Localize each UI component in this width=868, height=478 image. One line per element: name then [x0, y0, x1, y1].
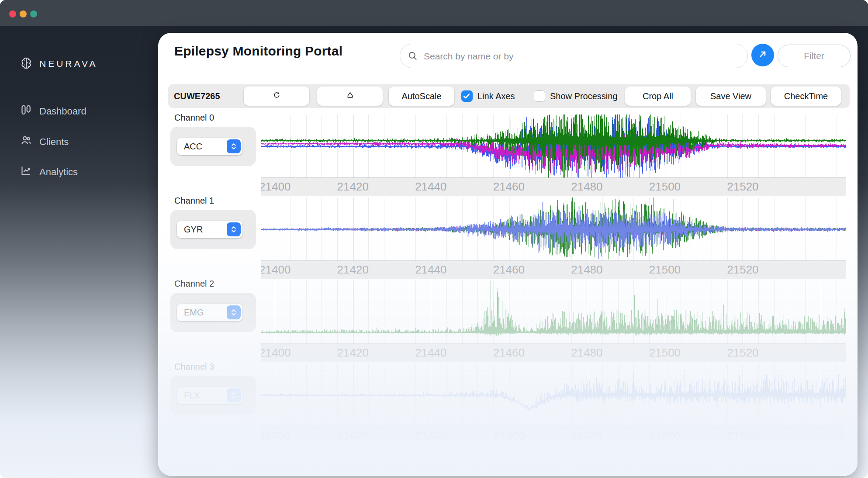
channel-1-plot[interactable] [261, 197, 846, 261]
check-icon [462, 92, 471, 100]
channel-2-label: Channel 2 [174, 279, 214, 289]
x-tick-label: 21480 [569, 263, 604, 277]
channel-0-select[interactable]: ACC [177, 138, 242, 155]
main-card: Epilepsy Monitoring Portal Filter CUWE72… [158, 33, 858, 476]
channel-1-select[interactable]: GYR [177, 221, 242, 238]
show-processing-checkbox[interactable] [534, 90, 545, 102]
x-tick-label: 21420 [335, 346, 370, 360]
search-bar [400, 44, 748, 68]
channel-1-panel: GYR [170, 210, 256, 249]
chevron-updown-icon [227, 222, 241, 236]
show-processing-label: Show Processing [550, 84, 618, 108]
channel-1-label: Channel 1 [174, 196, 214, 206]
sidebar-item-clients[interactable]: Clients [20, 135, 69, 149]
x-tick-label: 21400 [261, 346, 292, 360]
channel-2-panel: EMG [170, 293, 256, 332]
autoscale-button[interactable]: AutoScale [389, 87, 454, 106]
channel-3-panel: FLX [170, 376, 256, 415]
filter-button[interactable]: Filter [778, 45, 851, 67]
chevron-updown-icon [227, 305, 241, 319]
crop-all-button-label: Crop All [643, 91, 673, 101]
channel-0-panel: ACC [170, 127, 256, 166]
channel-0-axis: 21400214202144021460214802150021520 [261, 178, 846, 196]
checktime-button-label: CheckTime [784, 91, 828, 101]
clients-icon [20, 135, 32, 149]
save-view-button-label: Save View [710, 91, 751, 101]
reset-view-button[interactable] [244, 87, 309, 106]
arrow-up-right-icon [757, 49, 768, 61]
app-window: NEURAVA Dashboard Clients Analytics Epil… [0, 0, 868, 478]
checktime-button[interactable]: CheckTime [771, 87, 841, 106]
x-tick-label: 21520 [725, 263, 760, 277]
channel-0-select-value: ACC [184, 138, 202, 155]
x-tick-label: 21480 [569, 429, 604, 443]
x-tick-label: 21400 [261, 180, 292, 194]
x-tick-label: 21500 [647, 429, 682, 443]
sidebar-item-label: Clients [39, 136, 69, 148]
home-icon [346, 91, 354, 101]
channel-3-select-value: FLX [184, 387, 200, 404]
x-tick-label: 21440 [413, 180, 448, 194]
search-submit-button[interactable] [751, 44, 774, 66]
brand: NEURAVA [19, 56, 97, 72]
channel-2-select[interactable]: EMG [177, 304, 242, 321]
x-tick-label: 21400 [261, 429, 292, 443]
chevron-updown-icon [227, 139, 241, 153]
x-tick-label: 21460 [491, 263, 526, 277]
autoscale-button-label: AutoScale [401, 91, 441, 101]
x-tick-label: 21500 [647, 346, 682, 360]
page-title: Epilepsy Monitoring Portal [174, 44, 342, 59]
x-tick-label: 21440 [413, 346, 448, 360]
close-window-button[interactable] [9, 10, 16, 17]
channel-2-select-value: EMG [184, 304, 204, 321]
x-tick-label: 21420 [335, 263, 370, 277]
sidebar-item-dashboard[interactable]: Dashboard [20, 104, 86, 118]
x-tick-label: 21460 [491, 180, 526, 194]
x-tick-label: 21480 [569, 180, 604, 194]
save-view-button[interactable]: Save View [696, 87, 766, 106]
device-id: CUWE7265 [174, 84, 220, 108]
x-tick-label: 21520 [725, 180, 760, 194]
minimize-window-button[interactable] [20, 10, 27, 17]
channel-3-select[interactable]: FLX [177, 387, 242, 404]
x-tick-label: 21500 [647, 180, 682, 194]
link-axes-checkbox[interactable] [461, 90, 473, 102]
sidebar-item-label: Analytics [39, 166, 78, 178]
channel-3-axis: 21400214202144021460214802150021520 [261, 427, 846, 445]
channel-3-label: Channel 3 [174, 362, 214, 372]
channel-1-select-value: GYR [184, 221, 203, 238]
x-tick-label: 21400 [261, 263, 292, 277]
brain-logo-icon [19, 56, 33, 72]
channel-2-axis: 21400214202144021460214802150021520 [261, 344, 846, 362]
search-input[interactable] [423, 44, 739, 69]
channel-1-axis: 21400214202144021460214802150021520 [261, 261, 846, 279]
x-tick-label: 21520 [725, 429, 760, 443]
rotate-reset-icon [273, 91, 281, 101]
x-tick-label: 21480 [569, 346, 604, 360]
zoom-window-button[interactable] [30, 10, 37, 17]
x-tick-label: 21500 [647, 263, 682, 277]
x-tick-label: 21460 [491, 346, 526, 360]
x-tick-label: 21420 [335, 180, 370, 194]
search-icon [407, 50, 418, 63]
chevron-updown-icon [227, 388, 241, 402]
title-bar [0, 0, 868, 26]
sidebar-item-label: Dashboard [39, 106, 86, 117]
x-tick-label: 21460 [491, 429, 526, 443]
x-tick-label: 21520 [725, 346, 760, 360]
brand-name: NEURAVA [39, 59, 97, 69]
home-view-button[interactable] [317, 87, 383, 106]
analytics-icon [20, 165, 32, 179]
filter-button-label: Filter [804, 51, 824, 61]
x-tick-label: 21420 [335, 429, 370, 443]
channel-0-label: Channel 0 [174, 113, 214, 123]
x-tick-label: 21440 [413, 429, 448, 443]
dashboard-icon [20, 104, 32, 118]
channel-2-plot[interactable] [261, 281, 846, 344]
link-axes-label: Link Axes [477, 84, 515, 108]
crop-all-button[interactable]: Crop All [625, 87, 691, 106]
channel-0-plot[interactable] [261, 114, 846, 178]
sidebar-item-analytics[interactable]: Analytics [20, 165, 78, 179]
plot-toolbar: CUWE7265 AutoScale [168, 84, 850, 108]
channel-3-plot[interactable] [261, 364, 846, 427]
